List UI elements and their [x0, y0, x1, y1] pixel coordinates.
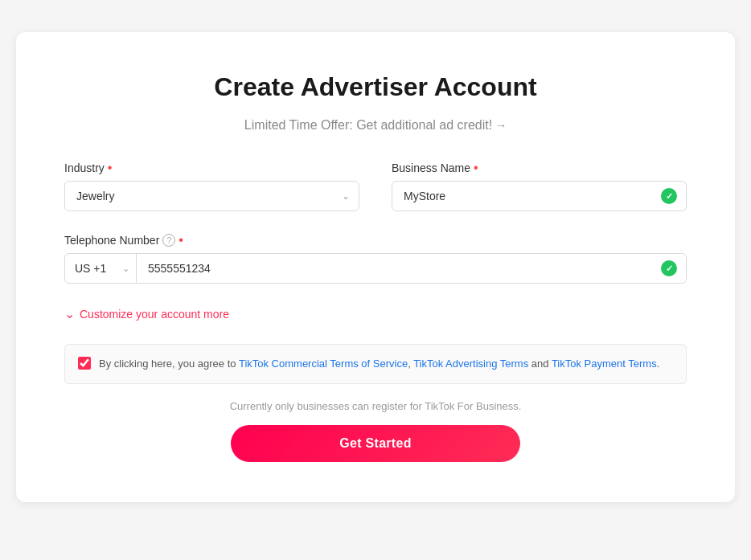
terms-link-advertising[interactable]: TikTok Advertising Terms — [413, 358, 528, 370]
phone-number-input[interactable] — [137, 254, 686, 283]
promo-arrow-icon: → — [495, 119, 507, 132]
country-code-select[interactable]: US +1 UK +44 CA +1 — [65, 254, 136, 283]
business-name-valid-icon: ✓ — [661, 188, 677, 204]
business-name-label: Business Name • — [392, 161, 687, 174]
business-name-required: • — [474, 161, 478, 174]
customize-toggle[interactable]: ⌄ Customize your account more — [64, 306, 229, 321]
get-started-button[interactable]: Get Started — [231, 425, 520, 462]
industry-group: Industry • Jewelry Fashion Beauty Techno… — [64, 161, 359, 211]
telephone-outer-wrapper: US +1 UK +44 CA +1 ⌄ ✓ — [64, 253, 687, 284]
terms-checkbox-wrapper — [78, 357, 91, 370]
terms-link-payment[interactable]: TikTok Payment Terms — [552, 358, 657, 370]
industry-select[interactable]: Jewelry Fashion Beauty Technology Food &… — [64, 181, 359, 211]
industry-select-wrapper: Jewelry Fashion Beauty Technology Food &… — [64, 181, 359, 211]
terms-section: By clicking here, you agree to TikTok Co… — [64, 344, 687, 384]
country-code-wrapper: US +1 UK +44 CA +1 ⌄ — [65, 254, 137, 283]
form-row-top: Industry • Jewelry Fashion Beauty Techno… — [64, 161, 687, 211]
industry-required: • — [108, 161, 113, 174]
telephone-valid-icon: ✓ — [661, 260, 677, 276]
form-card: Create Advertiser Account Limited Time O… — [16, 32, 735, 502]
business-name-input-wrapper: ✓ — [392, 181, 687, 211]
promo-link[interactable]: Limited Time Offer: Get additional ad cr… — [244, 118, 507, 133]
notice-text: Currently only businesses can register f… — [64, 400, 687, 412]
promo-banner: Limited Time Offer: Get additional ad cr… — [64, 118, 687, 133]
page-title: Create Advertiser Account — [64, 72, 687, 102]
telephone-help-icon[interactable]: ? — [162, 234, 175, 247]
business-name-group: Business Name • ✓ — [392, 161, 687, 211]
business-name-input[interactable] — [392, 181, 687, 211]
industry-label: Industry • — [64, 161, 359, 174]
terms-text: By clicking here, you agree to TikTok Co… — [99, 356, 659, 372]
telephone-label: Telephone Number ? • — [64, 234, 687, 247]
telephone-group: Telephone Number ? • US +1 UK +44 CA +1 … — [64, 234, 687, 284]
terms-link-commercial[interactable]: TikTok Commercial Terms of Service — [239, 358, 408, 370]
customize-chevron-down-icon: ⌄ — [64, 306, 75, 321]
telephone-required: • — [179, 234, 183, 247]
telephone-input-wrapper: US +1 UK +44 CA +1 ⌄ — [64, 253, 687, 284]
terms-checkbox[interactable] — [78, 357, 91, 370]
page-container: Create Advertiser Account Limited Time O… — [0, 0, 751, 560]
customize-label: Customize your account more — [80, 308, 229, 321]
promo-text: Limited Time Offer: Get additional ad cr… — [244, 118, 492, 133]
